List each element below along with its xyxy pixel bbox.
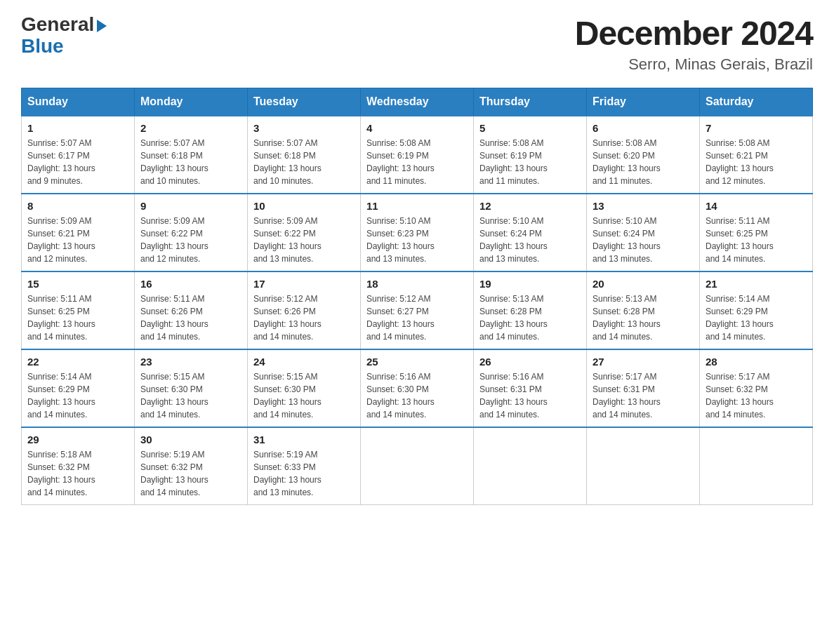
table-row: 26 Sunrise: 5:16 AMSunset: 6:31 PMDaylig…: [474, 349, 587, 427]
day-info: Sunrise: 5:15 AMSunset: 6:30 PMDaylight:…: [253, 372, 322, 420]
table-row: 4 Sunrise: 5:08 AMSunset: 6:19 PMDayligh…: [361, 116, 474, 194]
day-number: 7: [706, 122, 807, 134]
day-number: 21: [706, 278, 807, 290]
table-row: 31 Sunrise: 5:19 AMSunset: 6:33 PMDaylig…: [248, 427, 361, 505]
table-row: 8 Sunrise: 5:09 AMSunset: 6:21 PMDayligh…: [22, 194, 135, 271]
header-wednesday: Wednesday: [361, 88, 474, 116]
day-number: 9: [140, 200, 241, 212]
table-row: 13 Sunrise: 5:10 AMSunset: 6:24 PMDaylig…: [587, 194, 700, 271]
table-row: [361, 427, 474, 505]
day-info: Sunrise: 5:12 AMSunset: 6:27 PMDaylight:…: [366, 294, 435, 342]
day-number: 27: [593, 356, 694, 368]
table-row: 23 Sunrise: 5:15 AMSunset: 6:30 PMDaylig…: [135, 349, 248, 427]
day-number: 10: [253, 200, 355, 212]
day-info: Sunrise: 5:09 AMSunset: 6:22 PMDaylight:…: [140, 216, 208, 264]
header-saturday: Saturday: [700, 88, 813, 116]
table-row: 29 Sunrise: 5:18 AMSunset: 6:32 PMDaylig…: [22, 427, 135, 505]
table-row: 11 Sunrise: 5:10 AMSunset: 6:23 PMDaylig…: [361, 194, 474, 271]
day-number: 20: [593, 278, 694, 290]
table-row: 20 Sunrise: 5:13 AMSunset: 6:28 PMDaylig…: [587, 271, 700, 349]
day-number: 8: [27, 200, 128, 212]
table-row: 24 Sunrise: 5:15 AMSunset: 6:30 PMDaylig…: [248, 349, 361, 427]
table-row: 15 Sunrise: 5:11 AMSunset: 6:25 PMDaylig…: [22, 271, 135, 349]
day-info: Sunrise: 5:11 AMSunset: 6:26 PMDaylight:…: [140, 294, 208, 342]
table-row: 9 Sunrise: 5:09 AMSunset: 6:22 PMDayligh…: [135, 194, 248, 271]
table-row: 1 Sunrise: 5:07 AMSunset: 6:17 PMDayligh…: [22, 116, 135, 194]
header-monday: Monday: [135, 88, 248, 116]
day-info: Sunrise: 5:11 AMSunset: 6:25 PMDaylight:…: [27, 294, 95, 342]
day-number: 13: [593, 200, 694, 212]
day-info: Sunrise: 5:16 AMSunset: 6:31 PMDaylight:…: [479, 372, 548, 420]
day-number: 31: [253, 434, 355, 445]
header-tuesday: Tuesday: [248, 88, 361, 116]
day-info: Sunrise: 5:09 AMSunset: 6:21 PMDaylight:…: [27, 216, 95, 264]
page-title: December 2024: [575, 14, 813, 53]
day-number: 23: [140, 356, 241, 368]
day-number: 3: [253, 122, 355, 134]
table-row: 30 Sunrise: 5:19 AMSunset: 6:32 PMDaylig…: [135, 427, 248, 505]
table-row: 14 Sunrise: 5:11 AMSunset: 6:25 PMDaylig…: [700, 194, 813, 271]
day-info: Sunrise: 5:17 AMSunset: 6:31 PMDaylight:…: [593, 372, 661, 420]
calendar-week-row: 8 Sunrise: 5:09 AMSunset: 6:21 PMDayligh…: [22, 194, 813, 271]
table-row: 3 Sunrise: 5:07 AMSunset: 6:18 PMDayligh…: [248, 116, 361, 194]
day-info: Sunrise: 5:18 AMSunset: 6:32 PMDaylight:…: [27, 450, 95, 497]
day-info: Sunrise: 5:14 AMSunset: 6:29 PMDaylight:…: [27, 372, 95, 420]
table-row: 2 Sunrise: 5:07 AMSunset: 6:18 PMDayligh…: [135, 116, 248, 194]
table-row: 17 Sunrise: 5:12 AMSunset: 6:26 PMDaylig…: [248, 271, 361, 349]
day-number: 4: [366, 122, 468, 134]
day-info: Sunrise: 5:08 AMSunset: 6:19 PMDaylight:…: [479, 138, 548, 186]
table-row: [587, 427, 700, 505]
day-number: 25: [366, 356, 468, 368]
header-friday: Friday: [587, 88, 700, 116]
day-info: Sunrise: 5:07 AMSunset: 6:18 PMDaylight:…: [140, 138, 208, 186]
day-info: Sunrise: 5:07 AMSunset: 6:17 PMDaylight:…: [27, 138, 95, 186]
day-info: Sunrise: 5:07 AMSunset: 6:18 PMDaylight:…: [253, 138, 322, 186]
calendar-week-row: 1 Sunrise: 5:07 AMSunset: 6:17 PMDayligh…: [22, 116, 813, 194]
table-row: 21 Sunrise: 5:14 AMSunset: 6:29 PMDaylig…: [700, 271, 813, 349]
day-number: 26: [479, 356, 581, 368]
page-header: General Blue December 2024 Serro, Minas …: [21, 14, 813, 74]
table-row: 19 Sunrise: 5:13 AMSunset: 6:28 PMDaylig…: [474, 271, 587, 349]
day-info: Sunrise: 5:10 AMSunset: 6:24 PMDaylight:…: [593, 216, 661, 264]
day-info: Sunrise: 5:08 AMSunset: 6:19 PMDaylight:…: [366, 138, 435, 186]
day-number: 2: [140, 122, 241, 134]
calendar-week-row: 15 Sunrise: 5:11 AMSunset: 6:25 PMDaylig…: [22, 271, 813, 349]
day-number: 29: [27, 434, 128, 445]
table-row: [474, 427, 587, 505]
day-info: Sunrise: 5:10 AMSunset: 6:24 PMDaylight:…: [479, 216, 548, 264]
day-info: Sunrise: 5:14 AMSunset: 6:29 PMDaylight:…: [706, 294, 774, 342]
logo-arrow-icon: [97, 20, 107, 32]
table-row: 16 Sunrise: 5:11 AMSunset: 6:26 PMDaylig…: [135, 271, 248, 349]
day-number: 24: [253, 356, 355, 368]
calendar-header-row: Sunday Monday Tuesday Wednesday Thursday…: [22, 88, 813, 116]
day-info: Sunrise: 5:13 AMSunset: 6:28 PMDaylight:…: [479, 294, 548, 342]
table-row: 6 Sunrise: 5:08 AMSunset: 6:20 PMDayligh…: [587, 116, 700, 194]
calendar-table: Sunday Monday Tuesday Wednesday Thursday…: [21, 88, 813, 505]
day-info: Sunrise: 5:12 AMSunset: 6:26 PMDaylight:…: [253, 294, 322, 342]
day-info: Sunrise: 5:17 AMSunset: 6:32 PMDaylight:…: [706, 372, 774, 420]
day-number: 19: [479, 278, 581, 290]
page-subtitle: Serro, Minas Gerais, Brazil: [575, 55, 813, 74]
logo-blue-text: Blue: [21, 36, 107, 58]
table-row: 12 Sunrise: 5:10 AMSunset: 6:24 PMDaylig…: [474, 194, 587, 271]
table-row: 25 Sunrise: 5:16 AMSunset: 6:30 PMDaylig…: [361, 349, 474, 427]
day-info: Sunrise: 5:15 AMSunset: 6:30 PMDaylight:…: [140, 372, 208, 420]
day-number: 22: [27, 356, 128, 368]
logo-general-text: General: [21, 14, 107, 36]
day-number: 11: [366, 200, 468, 212]
day-number: 1: [27, 122, 128, 134]
day-number: 15: [27, 278, 128, 290]
title-area: December 2024 Serro, Minas Gerais, Brazi…: [575, 14, 813, 74]
day-info: Sunrise: 5:16 AMSunset: 6:30 PMDaylight:…: [366, 372, 435, 420]
day-number: 16: [140, 278, 241, 290]
day-info: Sunrise: 5:08 AMSunset: 6:20 PMDaylight:…: [593, 138, 661, 186]
header-thursday: Thursday: [474, 88, 587, 116]
day-info: Sunrise: 5:09 AMSunset: 6:22 PMDaylight:…: [253, 216, 322, 264]
day-number: 6: [593, 122, 694, 134]
day-info: Sunrise: 5:10 AMSunset: 6:23 PMDaylight:…: [366, 216, 435, 264]
day-number: 18: [366, 278, 468, 290]
day-info: Sunrise: 5:08 AMSunset: 6:21 PMDaylight:…: [706, 138, 774, 186]
day-number: 28: [706, 356, 807, 368]
table-row: [700, 427, 813, 505]
day-number: 30: [140, 434, 241, 445]
